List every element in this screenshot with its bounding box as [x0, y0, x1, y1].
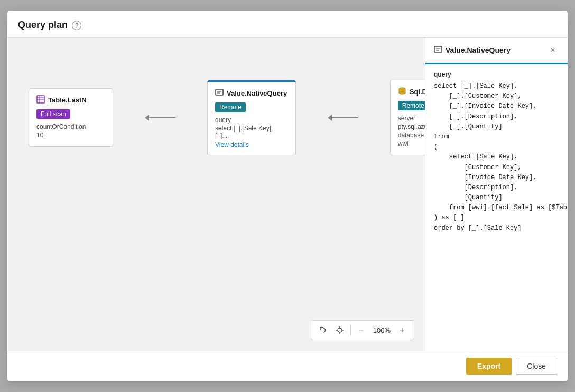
database-icon: [398, 87, 406, 97]
undo-button[interactable]: [316, 323, 330, 338]
node-prop-count: countOrCondition: [36, 123, 105, 130]
badge-remote-1: Remote: [215, 102, 246, 112]
zoom-out-button[interactable]: −: [354, 323, 369, 338]
svg-rect-17: [434, 46, 442, 52]
view-details-link[interactable]: View details: [215, 141, 249, 148]
node-prop-database-val: wwi: [398, 140, 425, 147]
detail-code-block: select [_].[Sale Key], [_].[Customer Key…: [434, 81, 559, 234]
node-nativequery-title: Value.NativeQuery: [227, 89, 287, 97]
nodes-container: Table.LastN Full scan countOrCondition 1…: [29, 80, 425, 155]
query-icon: [215, 88, 224, 98]
arrow-head-2: [328, 115, 332, 121]
fit-view-button[interactable]: [332, 323, 347, 338]
table-icon: [36, 95, 45, 105]
arrow-line-1: [149, 117, 175, 118]
badge-full-scan: Full scan: [36, 109, 70, 119]
detail-panel-header: Value.NativeQuery ×: [425, 38, 568, 64]
node-value-nativequery[interactable]: Value.NativeQuery Remote query select [_…: [207, 80, 296, 155]
zoom-in-button[interactable]: +: [395, 323, 410, 338]
node-sql-database[interactable]: Sql.Database Remote server pty.sql.azure…: [390, 80, 425, 155]
detail-section-label: query: [434, 71, 559, 78]
badge-remote-2: Remote: [398, 101, 425, 110]
modal-title: Query plan: [18, 20, 68, 31]
node-prop-database-label: database: [398, 132, 425, 139]
zoom-level: 100%: [371, 326, 393, 334]
arrow-1: [145, 115, 175, 121]
svg-point-9: [399, 92, 405, 94]
query-panel-icon: [434, 45, 442, 55]
close-button[interactable]: Close: [516, 358, 557, 375]
node-table-lastn[interactable]: Table.LastN Full scan countOrCondition 1…: [29, 88, 113, 147]
node-prop-query-label: query: [215, 116, 288, 124]
node-prop-server-val: pty.sql.azuresynapse.net: [398, 123, 425, 130]
detail-panel: Value.NativeQuery × query select [_].[Sa…: [425, 38, 568, 351]
node-prop-query-val: select [_].[Sale Key], [_]....: [215, 125, 288, 139]
node-prop-server-label: server: [398, 115, 425, 122]
modal-footer: Export Close: [7, 351, 568, 381]
diagram-area[interactable]: Table.LastN Full scan countOrCondition 1…: [7, 38, 425, 351]
diagram-toolbar: − 100% +: [311, 320, 414, 340]
arrow-head-1: [145, 115, 149, 121]
detail-panel-close-button[interactable]: ×: [546, 44, 559, 57]
detail-panel-title-text: Value.NativeQuery: [446, 46, 511, 54]
svg-rect-0: [37, 96, 44, 103]
modal-header: Query plan ?: [7, 11, 568, 38]
toolbar-divider: [350, 325, 351, 335]
modal-body: Table.LastN Full scan countOrCondition 1…: [7, 38, 568, 351]
export-button[interactable]: Export: [466, 358, 512, 375]
node-table-lastn-title: Table.LastN: [48, 96, 87, 104]
svg-rect-4: [216, 89, 223, 95]
detail-panel-title: Value.NativeQuery: [434, 45, 511, 55]
arrow-line-2: [332, 117, 358, 118]
diagram-canvas: Table.LastN Full scan countOrCondition 1…: [7, 38, 425, 351]
detail-panel-content: query select [_].[Sale Key], [_].[Custom…: [425, 64, 568, 351]
node-prop-count-val: 10: [36, 132, 105, 139]
query-plan-modal: Query plan ?: [7, 11, 568, 381]
modal-overlay: Query plan ?: [0, 0, 575, 392]
node-sql-database-title: Sql.Database: [410, 88, 425, 96]
arrow-2: [328, 115, 358, 121]
help-icon[interactable]: ?: [72, 21, 81, 30]
svg-point-12: [338, 328, 342, 332]
